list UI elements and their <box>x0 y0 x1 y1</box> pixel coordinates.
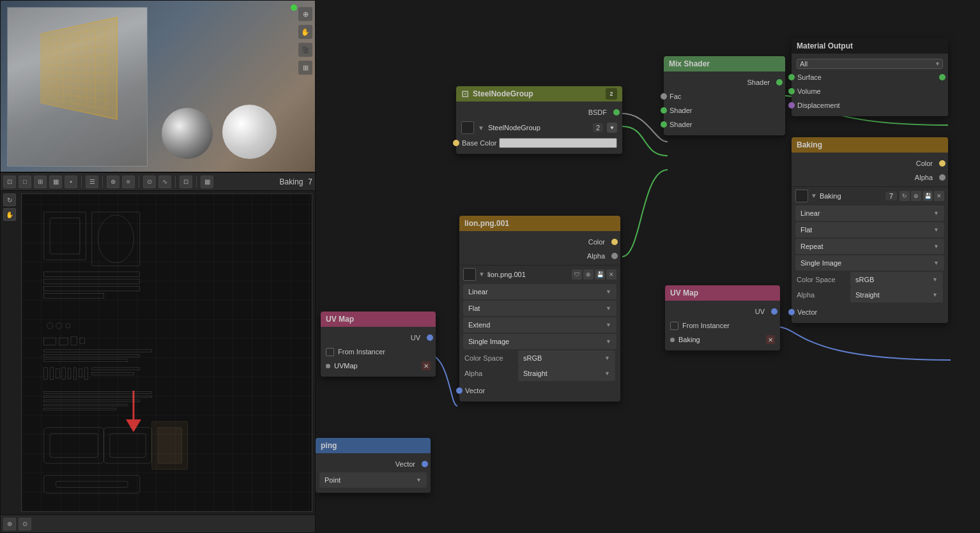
toolbar-btn-9[interactable]: ⊙ <box>143 176 156 188</box>
svg-rect-4 <box>92 212 140 266</box>
lion-copy-btn[interactable]: ⊕ <box>583 269 593 280</box>
toolbar-btn-6[interactable]: ☰ <box>86 176 98 188</box>
uvmap-right-instancer-row: From Instancer <box>665 319 780 333</box>
heart-icon[interactable]: ♥ <box>607 123 617 133</box>
socket-baking-alpha <box>939 174 946 181</box>
material-output-dropdown[interactable]: All <box>797 59 943 69</box>
lion-shield-btn[interactable]: 🛡 <box>572 269 582 280</box>
lion-vector-row: Vector <box>459 384 620 398</box>
node-baking: Baking Color Alpha ▼ Baking 7 ↻ ⊕ 💾 <box>792 137 948 323</box>
node-steel-group: ⊡ SteelNodeGroup 2 BSDF ▼ SteelNodeGroup… <box>456 86 622 154</box>
svg-rect-21 <box>50 368 54 380</box>
lion-alpha-label: Alpha <box>587 252 605 260</box>
uvmap-left-name-row: UVMap ✕ <box>321 359 436 373</box>
cursor-btn2[interactable]: ⊙ <box>19 518 31 530</box>
uv-toolbar: ⊡ □ ⊞ ▦ ▪ ☰ ⊕ ≡ ⊙ ∿ ⊡ ▦ Baking 7 <box>1 173 315 191</box>
node-mix-shader: Mix Shader Shader Fac Shader Shader <box>664 56 785 135</box>
toolbar-btn-5[interactable]: ▪ <box>65 176 77 188</box>
svg-rect-35 <box>44 428 104 463</box>
uv-editor-panel: ⊡ □ ⊞ ▦ ▪ ☰ ⊕ ≡ ⊙ ∿ ⊡ ▦ Baking 7 ↻ ✋ <box>0 172 316 533</box>
baking-num: 7 <box>308 177 312 186</box>
zoom-icon[interactable]: ⊕ <box>298 7 312 21</box>
uvmap-right-name: Baking <box>678 336 700 343</box>
lion-save-btn[interactable]: 💾 <box>595 269 605 280</box>
baking-reload-btn[interactable]: ↻ <box>900 191 910 201</box>
socket-baking-color <box>939 160 946 167</box>
lion-interp-dropdown[interactable]: Linear ▼ <box>463 284 616 299</box>
baking-img-num: 7 <box>885 191 897 200</box>
lion-cs-val: sRGB <box>523 354 604 362</box>
toolbar-btn-8[interactable]: ≡ <box>122 176 135 188</box>
lion-proj-dropdown[interactable]: Flat ▼ <box>463 301 616 316</box>
toolbar-btn-4[interactable]: ▦ <box>49 176 62 188</box>
svg-rect-32 <box>44 400 140 402</box>
node-bottom-dropdown-text: Point <box>325 476 416 484</box>
lion-alpha-row: Alpha <box>459 249 620 263</box>
baking-save-btn[interactable]: 💾 <box>923 191 933 201</box>
baking-close-btn[interactable]: ✕ <box>934 191 944 201</box>
svg-rect-34 <box>44 409 116 410</box>
hand-icon[interactable]: ✋ <box>298 25 312 39</box>
svg-rect-7 <box>44 279 140 284</box>
socket-displacement <box>788 102 795 109</box>
socket-surface-out <box>939 74 946 80</box>
toolbar-btn-3[interactable]: ⊞ <box>34 176 47 188</box>
baking-alpha-dropdown[interactable]: Straight ▼ <box>850 287 943 303</box>
svg-rect-38 <box>110 433 146 458</box>
cursor-btn[interactable]: ⊕ <box>3 518 16 530</box>
uv-side-btn-2[interactable]: ✋ <box>3 208 16 221</box>
uvmap-right-bullet <box>670 338 675 342</box>
node-uvmap-right-title: UV Map <box>670 289 698 297</box>
svg-rect-3 <box>50 218 80 254</box>
svg-rect-6 <box>44 272 140 277</box>
bsdf-label: BSDF <box>588 109 607 116</box>
svg-rect-15 <box>71 336 77 345</box>
node-steel-title: SteelNodeGroup <box>473 89 533 98</box>
lion-src-dropdown[interactable]: Single Image ▼ <box>463 334 616 349</box>
baking-interp-dropdown[interactable]: Linear ▼ <box>795 206 944 221</box>
node-baking-header: Baking <box>792 137 948 153</box>
baking-proj-dropdown[interactable]: Flat ▼ <box>795 222 944 237</box>
uvmap-right-uv-row: UV <box>665 304 780 319</box>
toolbar-btn-mode[interactable]: ▦ <box>201 176 213 188</box>
node-editor: Material Output All ▼ Surface Volume Dis… <box>316 0 980 533</box>
toolbar-btn-1[interactable]: ⊡ <box>3 176 16 188</box>
baking-ext-text: Repeat <box>800 243 933 250</box>
svg-rect-39 <box>44 476 140 493</box>
lion-ext-dropdown[interactable]: Extend ▼ <box>463 317 616 333</box>
socket-bsdf-out <box>613 109 620 116</box>
baking-cs-dropdown[interactable]: sRGB ▼ <box>850 272 943 287</box>
uv-side-btn-1[interactable]: ↻ <box>3 193 16 206</box>
uvmap-left-instancer-check[interactable] <box>326 348 334 356</box>
uvmap-right-instancer-check[interactable] <box>670 322 678 330</box>
socket-bottom-vector <box>422 461 428 467</box>
uvmap-left-bullet <box>326 364 330 368</box>
baking-src-dropdown[interactable]: Single Image ▼ <box>795 255 944 271</box>
toolbar-btn-7[interactable]: ⊕ <box>107 176 119 188</box>
toolbar-btn-10[interactable]: ∿ <box>158 176 171 188</box>
lion-alpha-dropdown[interactable]: Straight ▼ <box>518 366 615 381</box>
svg-rect-25 <box>74 368 77 380</box>
uvmap-right-remove-btn[interactable]: ✕ <box>766 335 775 344</box>
node-material-output: Material Output All ▼ Surface Volume Dis… <box>792 38 948 116</box>
toolbar-btn-11[interactable]: ⊡ <box>180 176 192 188</box>
uvmap-left-remove-btn[interactable]: ✕ <box>422 361 431 370</box>
svg-rect-27 <box>85 368 88 380</box>
socket-lion-alpha <box>611 253 618 259</box>
camera-icon[interactable]: 🎥 <box>298 43 312 57</box>
svg-point-10 <box>47 323 52 329</box>
node-bottom-dropdown[interactable]: Point ▼ <box>319 472 427 488</box>
grid-icon[interactable]: ⊞ <box>298 61 312 75</box>
toolbar-btn-2[interactable]: □ <box>19 176 31 188</box>
viewport-icons: ⊕ ✋ 🎥 ⊞ <box>298 7 312 75</box>
lion-cs-dropdown[interactable]: sRGB ▼ <box>518 350 615 366</box>
baking-copy-btn[interactable]: ⊕ <box>911 191 921 201</box>
steel-img-name: SteelNodeGroup <box>488 124 589 131</box>
lion-close-btn[interactable]: ✕ <box>606 269 616 280</box>
baking-ext-dropdown[interactable]: Repeat ▼ <box>795 239 944 254</box>
svg-point-11 <box>56 323 62 329</box>
socket-shader2 <box>661 121 667 128</box>
svg-rect-31 <box>44 396 152 398</box>
base-color-swatch[interactable] <box>499 138 617 148</box>
shader2-label: Shader <box>670 121 692 128</box>
